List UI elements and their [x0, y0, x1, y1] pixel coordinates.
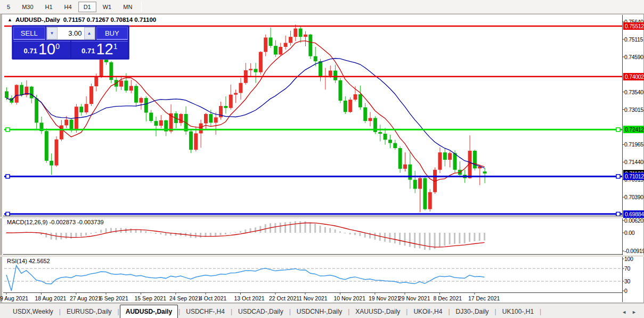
macd-histogram-bar	[215, 233, 216, 236]
buy-button[interactable]: BUY	[96, 27, 128, 40]
candle-body	[100, 59, 103, 77]
macd-label: MACD(12,26,9) -0.002873 -0.003739	[7, 219, 104, 225]
macd-histogram-bar	[230, 233, 231, 233]
chart-tab-eurusd[interactable]: EURUSD-,Daily	[61, 306, 117, 318]
candle-body	[45, 131, 48, 161]
macd-histogram-bar	[335, 230, 336, 233]
date-tick-label: 19 Nov 2021	[369, 295, 401, 301]
line-drag-handle[interactable]	[6, 175, 10, 178]
chart-tab-audusd[interactable]: AUDUSD-,Daily	[120, 305, 178, 318]
chart-tab-bar: USDX,Weekly|EURUSD-,Daily|AUDUSD-,Daily|…	[0, 303, 644, 318]
macd-histogram-bar	[424, 233, 426, 250]
price-tick-label: 0.71965	[624, 141, 644, 148]
window-splitter[interactable]	[0, 217, 644, 218]
macd-histogram-bar	[349, 233, 351, 234]
macd-histogram-bar	[379, 233, 381, 241]
sell-button[interactable]: SELL	[13, 27, 45, 40]
line-drag-handle[interactable]	[616, 212, 620, 216]
candle-body	[5, 91, 9, 98]
lot-increase-button[interactable]: ▲	[84, 27, 95, 39]
macd-histogram-bar	[309, 223, 311, 233]
tabs-scroll-right-icon[interactable]: ►	[632, 309, 637, 315]
candle-body	[264, 37, 267, 52]
line-drag-handle[interactable]	[616, 175, 620, 178]
chart-tab-uk100[interactable]: UK100-,H1	[497, 306, 539, 318]
macd-histogram-bar	[165, 233, 167, 235]
date-tick-label: 17 Dec 2021	[468, 295, 500, 301]
candle-body	[159, 120, 163, 126]
date-tick-label: 18 Aug 2021	[35, 295, 66, 301]
chart-tab-usdx[interactable]: USDX,Weekly	[7, 306, 59, 318]
macd-histogram-bar	[314, 224, 316, 233]
candle-body	[413, 180, 417, 189]
candle-body	[30, 87, 34, 99]
date-tick-label: 10 Nov 2021	[333, 295, 365, 301]
one-click-trading-panel: SELL ▼ ▲ BUY 0.71 10 0 0.71 12 1	[12, 25, 129, 60]
candle-body	[329, 71, 332, 76]
macd-histogram-bar	[225, 233, 226, 234]
candle-body	[398, 148, 402, 169]
macd-histogram-bar	[140, 230, 142, 233]
level-price-badge: 0.75512	[623, 22, 644, 30]
lot-size-spinner: ▼ ▲	[46, 27, 95, 40]
date-tick-label: 1 Nov 2021	[299, 295, 328, 301]
lot-decrease-button[interactable]: ▼	[47, 27, 58, 39]
chart-tab-xauusd[interactable]: XAUUSD-,Daily	[350, 306, 405, 318]
macd-histogram-bar	[125, 229, 127, 233]
sell-price-box[interactable]: 0.71 10 0	[13, 41, 70, 58]
collapse-chart-icon[interactable]: ▲	[7, 17, 12, 22]
candle-body	[438, 152, 442, 170]
macd-scale-label: 0.006201	[624, 217, 644, 224]
candle-body	[299, 29, 303, 37]
macd-histogram-bar	[394, 233, 396, 243]
rsi-scale-label: 30	[624, 278, 630, 284]
rsi-scale-label: 100	[624, 256, 633, 262]
chart-tab-usdcad[interactable]: USDCAD-,Daily	[233, 306, 289, 318]
macd-histogram-bar	[274, 223, 276, 233]
macd-histogram-bar	[150, 232, 152, 233]
macd-histogram-bar	[474, 233, 475, 241]
macd-scale-label: 0.00	[624, 230, 634, 236]
candle-body	[50, 161, 53, 166]
candle-body	[423, 178, 427, 209]
candle-body	[109, 62, 113, 80]
macd-histogram-bar	[299, 221, 301, 233]
macd-histogram-bar	[280, 223, 281, 233]
candle-body	[393, 143, 397, 148]
chart-tab-ukoil[interactable]: UKOil-,H4	[408, 306, 447, 318]
macd-histogram-bar	[339, 231, 341, 233]
lot-size-input[interactable]	[58, 27, 84, 39]
candle-body	[348, 100, 352, 112]
candle-body	[85, 104, 88, 112]
line-drag-handle[interactable]	[616, 128, 620, 132]
candle-body	[149, 113, 153, 121]
chart-tab-usdchf[interactable]: USDCHF-,H4	[181, 306, 230, 318]
price-tick-label: 0.70390	[624, 194, 644, 200]
line-drag-handle[interactable]	[6, 128, 10, 132]
candle-body	[269, 37, 273, 46]
candle-body	[403, 165, 407, 169]
line-drag-handle[interactable]	[6, 212, 10, 216]
macd-histogram-bar	[459, 233, 460, 243]
macd-histogram-bar	[464, 233, 466, 243]
candle-body	[358, 94, 362, 107]
candle-body	[338, 80, 342, 101]
sell-price-prefix: 0.71	[24, 47, 37, 55]
chart-tab-usdcnh[interactable]: USDCNH-,Daily	[291, 306, 347, 318]
macd-histogram-bar	[259, 226, 261, 233]
date-tick-label: 22 Oct 2021	[269, 295, 299, 301]
window-splitter[interactable]	[0, 255, 644, 257]
buy-price-box[interactable]: 0.71 12 1	[71, 41, 128, 58]
date-tick-label: 24 Sep 2021	[169, 295, 201, 301]
chart-tab-dj30[interactable]: DJ30-,Daily	[451, 306, 494, 318]
candle-body	[249, 69, 252, 70]
rsi-scale-label: 70	[624, 265, 630, 272]
tabs-scroll-left-icon[interactable]: ◄	[622, 309, 626, 315]
price-tick-label: 0.71440	[624, 159, 644, 165]
candle-body	[104, 59, 108, 62]
candle-body	[294, 29, 297, 37]
candle-body	[55, 140, 59, 166]
macd-histogram-bar	[409, 233, 411, 247]
macd-histogram-bar	[484, 233, 485, 241]
macd-histogram-bar	[404, 233, 406, 246]
